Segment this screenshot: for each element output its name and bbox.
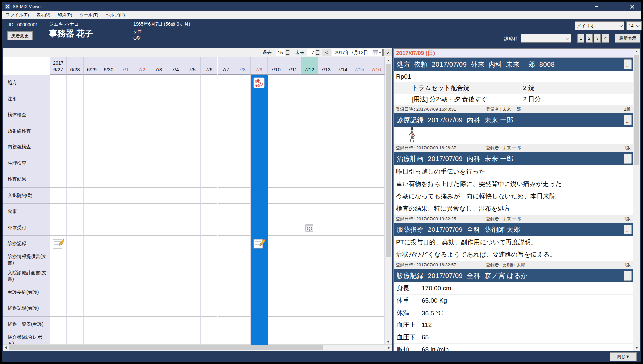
date-header-7/6[interactable]: 7/6 [201,57,217,75]
record-header[interactable]: 処方 依頼 2017/07/09 外来 内科 未来 一郎 8008... [394,58,633,71]
timeline-cell[interactable] [234,75,251,91]
timeline-cell[interactable] [218,91,234,107]
timeline-cell[interactable] [50,91,67,107]
timeline-cell[interactable] [218,155,234,172]
timeline-cell[interactable] [134,236,150,252]
scroll-up-button[interactable] [385,57,392,63]
timeline-cell[interactable] [351,171,368,188]
timeline-cell[interactable] [268,107,284,123]
timeline-cell[interactable] [268,139,284,155]
timeline-cell[interactable] [184,317,201,333]
timeline-cell[interactable] [268,171,284,188]
timeline-cell[interactable] [67,284,83,301]
close-button[interactable] [623,2,641,11]
timeline-cell[interactable] [301,284,318,301]
scroll-right-button[interactable] [386,345,392,350]
timeline-cell[interactable] [334,155,351,172]
timeline-cell[interactable] [167,204,184,220]
date-header-6/28[interactable]: 6/28 [67,57,83,75]
timeline-cell[interactable] [100,171,117,188]
timeline-cell[interactable] [201,332,217,345]
timeline-cell[interactable] [150,155,167,172]
quick-button-3[interactable]: 3 [594,34,601,43]
timeline-cell[interactable] [284,188,301,204]
timeline-cell[interactable] [284,204,301,220]
timeline-cell[interactable] [134,75,150,91]
date-header-7/7[interactable]: 7/7 [218,57,234,75]
timeline-cell[interactable] [301,332,318,345]
spinner-up-button[interactable] [315,49,320,53]
timeline-cell[interactable] [368,300,385,317]
timeline-cell[interactable] [218,236,234,252]
timeline-cell[interactable] [368,317,385,333]
timeline-cell[interactable] [150,75,167,91]
date-header-7/1[interactable]: 7/1 [117,57,134,75]
timeline-cell[interactable] [218,332,234,345]
timeline-cell[interactable] [50,123,67,139]
timeline-cell[interactable] [150,204,167,220]
timeline-cell[interactable] [50,139,67,155]
timeline-cell[interactable] [117,91,134,107]
timeline-cell[interactable] [218,300,234,317]
timeline-cell[interactable] [318,75,334,91]
timeline-cell[interactable] [184,75,201,91]
timeline-cell[interactable] [268,300,284,317]
timeline-cell[interactable] [351,268,368,284]
record-header[interactable]: 診療記録 2017/07/09 全科 森ノ宮 はるか... [394,269,633,282]
prev-date-button[interactable]: < [322,49,331,56]
timeline-cell[interactable] [50,317,67,333]
date-header-7/8[interactable]: 7/8 [234,57,251,75]
timeline-cell[interactable] [218,139,234,155]
date-header-7/5[interactable]: 7/5 [184,57,201,75]
scroll-left-button[interactable] [3,345,9,350]
timeline-cell[interactable] [50,220,67,236]
timeline-cell[interactable] [84,91,100,107]
medicine-icon[interactable] [251,75,267,91]
timeline-cell[interactable] [218,220,234,236]
timeline-cell[interactable] [301,204,318,220]
timeline-cell[interactable] [284,300,301,317]
timeline-cell[interactable] [368,252,385,268]
timeline-cell[interactable] [301,236,318,252]
timeline-cell[interactable] [50,300,67,317]
timeline-cell[interactable] [67,220,83,236]
scroll-down-button[interactable] [633,345,640,351]
timeline-cell[interactable] [301,91,318,107]
timeline-cell[interactable] [351,91,368,107]
timeline-cell[interactable] [84,204,100,220]
timeline-cell[interactable] [167,332,184,345]
timeline-cell[interactable] [134,155,150,172]
timeline-cell[interactable] [184,204,201,220]
timeline-cell[interactable] [234,252,251,268]
timeline-cell[interactable] [201,139,217,155]
timeline-cell[interactable] [184,300,201,317]
timeline-cell[interactable] [218,204,234,220]
timeline-cell[interactable] [201,155,217,172]
timeline-cell[interactable] [100,252,117,268]
timeline-cell[interactable] [234,220,251,236]
timeline-cell[interactable] [67,75,83,91]
timeline-cell[interactable] [268,91,284,107]
timeline-cell[interactable] [351,252,368,268]
timeline-cell[interactable] [67,236,83,252]
timeline-cell[interactable] [218,317,234,333]
timeline-cell[interactable] [334,139,351,155]
timeline-cell[interactable] [67,268,83,284]
timeline-cell[interactable] [368,188,385,204]
timeline-cell[interactable] [201,188,217,204]
scrollbar-thumb[interactable] [634,55,639,165]
timeline-cell[interactable] [150,91,167,107]
timeline-cell[interactable] [84,107,100,123]
timeline-cell[interactable] [117,155,134,172]
timeline-cell[interactable] [301,317,318,333]
timeline-cell[interactable] [234,171,251,188]
menu-item-1[interactable]: 表示(V) [33,11,54,19]
timeline-cell[interactable] [268,268,284,284]
record-header[interactable]: 服薬指導 2017/07/09 全科 薬剤師 太郎... [394,223,633,236]
timeline-cell[interactable] [351,139,368,155]
timeline-cell[interactable] [318,139,334,155]
timeline-cell[interactable] [150,300,167,317]
timeline-cell[interactable] [351,75,368,91]
timeline-cell[interactable] [351,300,368,317]
date-header-7/12[interactable]: 7/12 [301,57,318,75]
